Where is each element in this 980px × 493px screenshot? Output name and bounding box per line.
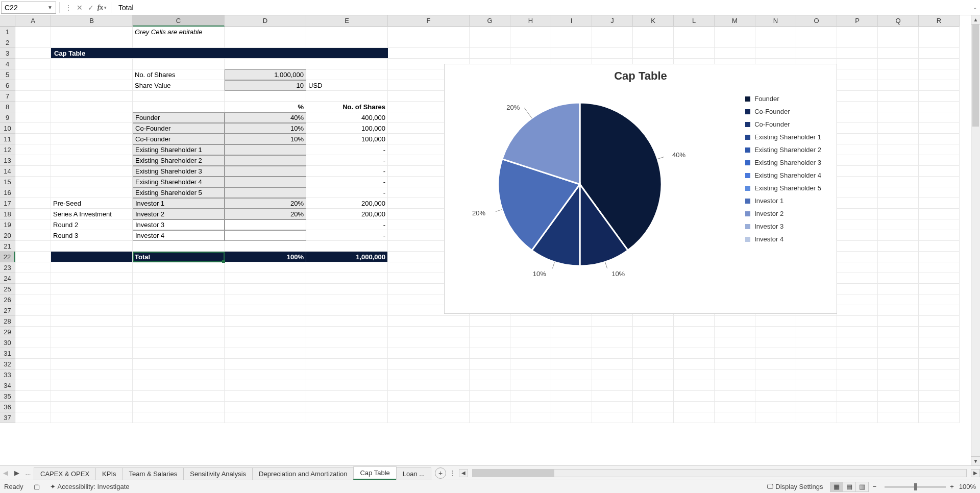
cell[interactable] — [715, 348, 755, 359]
cell[interactable] — [837, 112, 878, 123]
cell[interactable] — [796, 37, 837, 48]
cell[interactable] — [633, 48, 674, 59]
cell[interactable] — [878, 102, 919, 112]
cell[interactable] — [470, 37, 510, 48]
zoom-slider-thumb[interactable] — [914, 483, 917, 490]
cell[interactable]: Grey Cells are ebitable — [133, 27, 225, 37]
cell[interactable] — [51, 327, 133, 337]
cell[interactable] — [755, 391, 796, 402]
cell[interactable] — [592, 359, 633, 369]
cell[interactable] — [837, 91, 878, 102]
cell[interactable] — [15, 91, 51, 102]
cell[interactable] — [715, 337, 755, 348]
cell[interactable] — [837, 134, 878, 144]
cell[interactable] — [878, 209, 919, 219]
column-header[interactable]: G — [470, 15, 510, 27]
cell[interactable] — [837, 155, 878, 166]
cell[interactable] — [878, 69, 919, 80]
formula-expand-icon[interactable]: ⌄ — [970, 5, 980, 10]
cell[interactable] — [674, 412, 715, 423]
cell[interactable] — [470, 412, 510, 423]
cell[interactable] — [225, 402, 306, 412]
cell[interactable] — [470, 327, 510, 337]
cell[interactable] — [592, 369, 633, 380]
cell[interactable] — [306, 380, 388, 391]
cell[interactable]: Investor 3 — [133, 219, 225, 230]
cell[interactable] — [51, 369, 133, 380]
cell[interactable] — [510, 359, 551, 369]
row-header[interactable]: 30 — [0, 337, 15, 348]
cell[interactable] — [592, 27, 633, 37]
cell[interactable] — [919, 369, 960, 380]
cell[interactable] — [133, 305, 225, 316]
cell[interactable] — [919, 102, 960, 112]
cell[interactable] — [225, 59, 306, 69]
cell[interactable] — [15, 348, 51, 359]
cell[interactable] — [878, 369, 919, 380]
cell[interactable] — [51, 80, 133, 91]
cell[interactable] — [878, 37, 919, 48]
cell[interactable] — [51, 337, 133, 348]
cell[interactable] — [225, 305, 306, 316]
cell[interactable] — [715, 380, 755, 391]
cell[interactable] — [225, 177, 306, 187]
cell[interactable]: Existing Shareholder 5 — [133, 187, 225, 198]
cell[interactable] — [674, 402, 715, 412]
row-header[interactable]: 13 — [0, 155, 15, 166]
cell[interactable] — [551, 48, 592, 59]
macro-record-icon[interactable]: ▢ — [34, 483, 40, 490]
cell[interactable] — [674, 337, 715, 348]
cell[interactable] — [133, 359, 225, 369]
cell[interactable] — [796, 380, 837, 391]
cell[interactable] — [306, 262, 388, 273]
cell[interactable] — [15, 402, 51, 412]
cell[interactable] — [51, 187, 133, 198]
cell[interactable] — [388, 27, 470, 37]
cell[interactable] — [837, 412, 878, 423]
cell[interactable] — [51, 59, 133, 69]
name-box[interactable]: C22 ▼ — [1, 2, 56, 14]
cell[interactable]: - — [306, 155, 388, 166]
row-header[interactable]: 7 — [0, 91, 15, 102]
cell[interactable] — [15, 37, 51, 48]
column-header[interactable]: P — [837, 15, 878, 27]
formula-input[interactable]: Total — [114, 2, 970, 14]
cell[interactable] — [878, 337, 919, 348]
cell[interactable] — [133, 37, 225, 48]
cell[interactable] — [225, 316, 306, 327]
cell[interactable] — [837, 166, 878, 177]
cell[interactable] — [510, 391, 551, 402]
cell[interactable] — [470, 391, 510, 402]
cell[interactable] — [15, 177, 51, 187]
cell[interactable]: 10 — [225, 80, 306, 91]
cell[interactable] — [837, 80, 878, 91]
cell[interactable] — [755, 369, 796, 380]
cell[interactable]: 200,000 — [306, 198, 388, 209]
cell[interactable] — [15, 294, 51, 305]
cell[interactable]: 20% — [225, 198, 306, 209]
cell[interactable] — [470, 369, 510, 380]
cell[interactable]: Co-Founder — [133, 134, 225, 144]
cell[interactable] — [878, 391, 919, 402]
cell[interactable]: Round 3 — [51, 230, 133, 241]
cell[interactable] — [15, 166, 51, 177]
cell[interactable] — [592, 337, 633, 348]
cell[interactable] — [225, 166, 306, 177]
cell[interactable]: 20% — [225, 209, 306, 219]
cell[interactable] — [919, 348, 960, 359]
cell[interactable] — [133, 412, 225, 423]
cell[interactable] — [225, 37, 306, 48]
cell[interactable] — [551, 412, 592, 423]
cell[interactable] — [919, 391, 960, 402]
cell[interactable] — [633, 380, 674, 391]
cell[interactable] — [837, 305, 878, 316]
sheet-tab[interactable]: Sensitivity Analysis — [183, 467, 253, 480]
zoom-in-button[interactable]: + — [950, 483, 954, 490]
cell[interactable] — [470, 348, 510, 359]
scroll-down-icon[interactable]: ▼ — [971, 456, 980, 465]
row-header[interactable]: 29 — [0, 327, 15, 337]
cell[interactable] — [755, 316, 796, 327]
cell[interactable] — [919, 59, 960, 69]
cell[interactable] — [674, 327, 715, 337]
cell[interactable] — [15, 380, 51, 391]
